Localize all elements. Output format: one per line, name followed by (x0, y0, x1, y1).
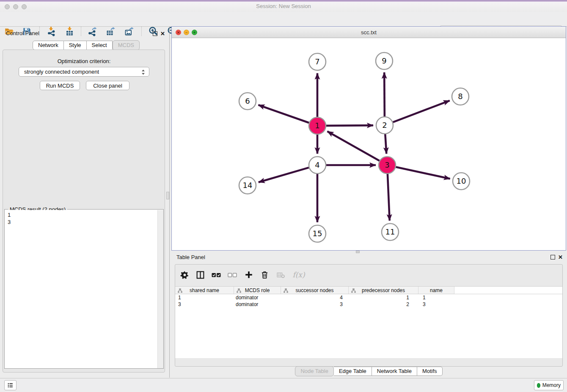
edge-3-10[interactable] (396, 167, 450, 179)
task-history-button[interactable] (4, 380, 17, 390)
edge-2-9[interactable] (384, 72, 385, 116)
node-9[interactable]: 9 (376, 52, 393, 69)
export-network-button[interactable] (87, 26, 98, 37)
node-7[interactable]: 7 (309, 53, 326, 70)
table-cell[interactable]: 3 (418, 301, 454, 308)
delete-column-button[interactable] (259, 269, 270, 280)
edge-1-6[interactable] (258, 105, 309, 123)
optimization-criterion-dropdown[interactable]: strongly connected component (19, 67, 149, 77)
function-builder-button[interactable]: f(x) (291, 269, 306, 280)
edge-2-3[interactable] (385, 134, 386, 154)
import-network-button[interactable] (46, 26, 57, 37)
node-label: 1 (315, 121, 319, 130)
table-cell[interactable]: dominator (234, 301, 281, 308)
table-cell[interactable]: 1 (418, 294, 454, 301)
column-header-predecessor-nodes[interactable]: predecessor nodes (349, 287, 418, 294)
node-label: 7 (315, 57, 319, 66)
toolbar-separator (39, 27, 40, 36)
export-table-button[interactable] (105, 26, 116, 37)
column-type-icon (178, 288, 182, 293)
edge-1-2[interactable] (326, 125, 373, 126)
window-title: Session: New Session (0, 3, 567, 9)
tab-network-table[interactable]: Network Table (372, 367, 417, 376)
tab-network[interactable]: Network (33, 41, 64, 50)
node-14[interactable]: 14 (239, 177, 256, 194)
add-column-button[interactable] (243, 269, 254, 280)
optimization-criterion-label: Optimization criterion: (0, 58, 168, 64)
unchecked-boxes-icon (227, 270, 237, 280)
mcds-result-text[interactable]: 1 3 (5, 210, 158, 368)
dropdown-value: strongly connected component (24, 69, 99, 75)
edge-3-1[interactable] (328, 131, 380, 160)
export-network-icon (87, 26, 97, 36)
table-cell[interactable]: 3 (281, 301, 349, 308)
memory-label: Memory (542, 382, 561, 388)
node-10[interactable]: 10 (453, 173, 470, 190)
run-mcds-button[interactable]: Run MCDS (40, 81, 80, 90)
float-table-panel-icon[interactable] (550, 255, 555, 259)
node-11[interactable]: 11 (382, 224, 399, 240)
tab-node-table[interactable]: Node Table (295, 366, 334, 376)
table-settings-button[interactable] (179, 269, 190, 280)
table-cell[interactable]: 4 (281, 294, 349, 301)
memory-status-icon (537, 383, 540, 388)
table-cell[interactable]: 1 (175, 294, 234, 301)
export-image-button[interactable] (124, 26, 135, 37)
trash-icon (260, 270, 269, 279)
close-panel-button[interactable]: Close panel (86, 81, 129, 90)
tab-motifs[interactable]: Motifs (417, 367, 443, 376)
gear-icon (180, 271, 189, 279)
tab-style[interactable]: Style (64, 41, 87, 50)
list-icon (7, 382, 14, 389)
column-header-successor-nodes[interactable]: successor nodes (281, 287, 349, 294)
close-table-panel-icon[interactable]: ✕ (558, 255, 563, 259)
delete-table-button[interactable] (275, 269, 286, 280)
application-window: Session: New Session (0, 0, 567, 392)
edge-2-8[interactable] (393, 101, 450, 122)
result-scrollbar[interactable] (157, 210, 163, 368)
panel-splitter-handle[interactable] (166, 192, 169, 199)
network-window-title: scc.txt (172, 29, 566, 36)
show-columns-button[interactable] (195, 269, 206, 280)
window-accent-strip (0, 0, 567, 2)
table-cell[interactable]: dominator (234, 294, 281, 301)
select-all-columns-button[interactable] (211, 269, 222, 280)
toolbar-separator (141, 27, 142, 36)
float-panel-icon[interactable] (153, 31, 157, 36)
table-row[interactable]: 3dominator323 (175, 301, 562, 308)
export-image-icon (124, 26, 134, 36)
node-label: 14 (243, 181, 253, 190)
column-type-icon (237, 288, 241, 293)
column-header-shared-name[interactable]: shared name (175, 287, 234, 294)
tab-mcds[interactable]: MCDS (113, 40, 140, 50)
table-row[interactable]: 1dominator411 (175, 294, 562, 301)
edge-4-14[interactable] (259, 168, 309, 182)
close-panel-icon[interactable]: ✕ (160, 31, 165, 36)
horizontal-splitter-handle[interactable] (356, 251, 360, 253)
network-canvas[interactable]: 7968124314101511 (172, 38, 566, 251)
table-cell[interactable]: 2 (349, 301, 418, 308)
table-panel-tabs: Node TableEdge TableNetwork TableMotifs (171, 367, 566, 376)
tab-select[interactable]: Select (87, 41, 113, 50)
edge-3-11[interactable] (388, 174, 390, 221)
deselect-all-columns-button[interactable] (227, 269, 238, 280)
node-1[interactable]: 1 (309, 117, 326, 134)
column-header-MCDS-role[interactable]: MCDS role (234, 287, 281, 294)
node-4[interactable]: 4 (309, 157, 326, 174)
node-15[interactable]: 15 (309, 225, 326, 242)
tab-edge-table[interactable]: Edge Table (334, 367, 372, 376)
node-8[interactable]: 8 (452, 88, 469, 105)
table-panel-title: Table Panel (176, 254, 205, 260)
node-2[interactable]: 2 (376, 117, 393, 134)
node-6[interactable]: 6 (239, 93, 256, 110)
table-cell[interactable]: 3 (175, 301, 234, 308)
table-cell[interactable]: 1 (349, 294, 418, 301)
memory-button[interactable]: Memory (534, 380, 564, 390)
node-table: shared name MCDS role successor nodes pr… (175, 286, 562, 358)
import-table-button[interactable] (64, 26, 75, 37)
column-header-name[interactable]: name (418, 287, 454, 294)
node-3[interactable]: 3 (379, 157, 396, 174)
node-label: 3 (385, 160, 389, 169)
dropdown-chevrons-icon (141, 69, 146, 76)
control-panel-tabs: NetworkStyleSelectMCDS (33, 41, 140, 50)
